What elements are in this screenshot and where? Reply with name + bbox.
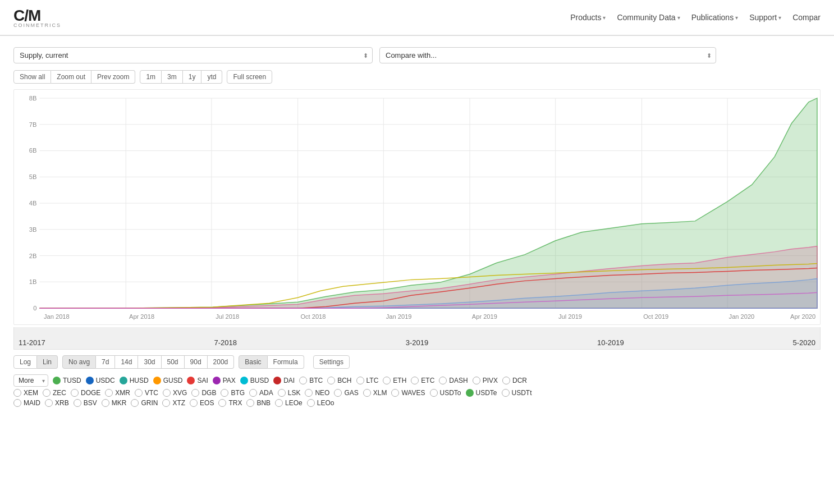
- svg-text:3B: 3B: [29, 226, 37, 233]
- legend-dot-LEOo: [307, 399, 315, 407]
- legend-item-GAS[interactable]: GAS: [334, 389, 358, 397]
- compare-select[interactable]: Compare with...: [379, 47, 716, 63]
- legend-item-LEOe[interactable]: LEOe: [275, 399, 303, 407]
- legend-item-USDTo[interactable]: USDTo: [430, 389, 461, 397]
- legend-label-LEOo: LEOo: [317, 399, 334, 407]
- legend-item-DGB[interactable]: DGB: [191, 389, 216, 397]
- legend-item-BTC[interactable]: BTC: [299, 377, 323, 384]
- period-ytd-button[interactable]: ytd: [201, 70, 222, 84]
- legend-dot-ETC: [411, 377, 419, 384]
- navigator[interactable]: 11-2017 7-2018 3-2019 10-2019 5-2020: [13, 327, 821, 350]
- legend-item-XRB[interactable]: XRB: [45, 399, 69, 407]
- legend-item-USDC[interactable]: USDC: [86, 377, 115, 384]
- legend-item-BTG[interactable]: BTG: [221, 389, 245, 397]
- period-1m-button[interactable]: 1m: [140, 70, 162, 84]
- legend-item-XVG[interactable]: XVG: [163, 389, 187, 397]
- legend-item-VTC[interactable]: VTC: [135, 389, 158, 397]
- legend-item-XLM[interactable]: XLM: [363, 389, 387, 397]
- legend-item-ETH[interactable]: ETH: [383, 377, 406, 384]
- zoom-btn-group: Show all Zoom out Prev zoom: [13, 70, 135, 84]
- avg-7d-button[interactable]: 7d: [96, 355, 115, 369]
- bottom-controls: Log Lin No avg 7d 14d 30d 50d 90d 200d B…: [13, 355, 821, 369]
- legend-item-USDTe[interactable]: USDTe: [466, 389, 497, 397]
- metric-select[interactable]: Supply, current: [13, 47, 373, 63]
- fullscreen-button[interactable]: Full screen: [227, 70, 272, 84]
- legend-item-NEO[interactable]: NEO: [305, 389, 329, 397]
- legend-dot-XTZ: [162, 399, 170, 407]
- avg-50d-button[interactable]: 50d: [162, 355, 185, 369]
- avg-90d-button[interactable]: 90d: [185, 355, 208, 369]
- show-all-button[interactable]: Show all: [13, 70, 51, 84]
- avg-30d-button[interactable]: 30d: [138, 355, 161, 369]
- legend-dot-DAI: [273, 377, 281, 384]
- legend-label-USDTo: USDTo: [440, 389, 461, 397]
- view-basic-button[interactable]: Basic: [239, 355, 267, 369]
- legend-row-1: More TUSD USDC HUSD GUSD SAI: [13, 374, 821, 387]
- nav-compare[interactable]: Compar: [792, 13, 821, 22]
- prev-zoom-button[interactable]: Prev zoom: [91, 70, 135, 84]
- nav-support[interactable]: Support ▾: [749, 13, 781, 22]
- legend-item-WAVES[interactable]: WAVES: [391, 389, 425, 397]
- nav-community-data[interactable]: Community Data ▾: [617, 13, 680, 22]
- legend-item-XMR[interactable]: XMR: [105, 389, 130, 397]
- metric-select-wrapper: Supply, current: [13, 47, 373, 63]
- nav-products[interactable]: Products ▾: [570, 13, 606, 22]
- scale-lin-button[interactable]: Lin: [37, 355, 58, 369]
- legend-item-DOGE[interactable]: DOGE: [71, 389, 100, 397]
- legend-item-DCR[interactable]: DCR: [502, 377, 527, 384]
- legend-item-DAI[interactable]: DAI: [273, 377, 295, 384]
- legend-dot-LEOe: [275, 399, 283, 407]
- legend-dot-TUSD: [53, 377, 61, 384]
- legend-item-LTC[interactable]: LTC: [356, 377, 379, 384]
- legend-item-MKR[interactable]: MKR: [102, 399, 127, 407]
- legend-item-BCH[interactable]: BCH: [327, 377, 351, 384]
- scale-log-button[interactable]: Log: [13, 355, 37, 369]
- chart-area: 8B 7B 6B 5B 4B 3B 2B 1B 0 Jan 2018 Apr 2…: [13, 89, 821, 325]
- legend-item-XEM[interactable]: XEM: [13, 389, 38, 397]
- legend-item-GRIN[interactable]: GRIN: [131, 399, 158, 407]
- legend-label-BTG: BTG: [231, 389, 245, 397]
- legend-label-TUSD: TUSD: [63, 377, 81, 384]
- legend-dot-GAS: [334, 389, 342, 397]
- legend-item-GUSD[interactable]: GUSD: [153, 377, 183, 384]
- more-select[interactable]: More: [13, 374, 48, 387]
- legend-label-NEO: NEO: [315, 389, 329, 397]
- zoom-out-button[interactable]: Zoom out: [51, 70, 91, 84]
- avg-14d-button[interactable]: 14d: [115, 355, 138, 369]
- legend-item-ADA[interactable]: ADA: [249, 389, 273, 397]
- legend-item-TUSD[interactable]: TUSD: [53, 377, 81, 384]
- legend-item-EOS[interactable]: EOS: [190, 399, 214, 407]
- legend-item-ZEC[interactable]: ZEC: [43, 389, 66, 397]
- legend-item-LEOo[interactable]: LEOo: [307, 399, 334, 407]
- legend-dot-XRB: [45, 399, 53, 407]
- legend-dot-LSK: [278, 389, 286, 397]
- avg-none-button[interactable]: No avg: [62, 355, 96, 369]
- nav-publications[interactable]: Publications ▾: [691, 13, 739, 22]
- legend-item-PIVX[interactable]: PIVX: [473, 377, 498, 384]
- legend-label-PIVX: PIVX: [483, 377, 498, 384]
- period-3m-button[interactable]: 3m: [162, 70, 183, 84]
- legend-item-MAID[interactable]: MAID: [13, 399, 40, 407]
- period-1y-button[interactable]: 1y: [183, 70, 202, 84]
- legend-dot-BTC: [299, 377, 307, 384]
- legend-item-BNB[interactable]: BNB: [246, 399, 271, 407]
- legend-item-SAI[interactable]: SAI: [187, 377, 208, 384]
- legend-item-BSV[interactable]: BSV: [74, 399, 97, 407]
- legend-item-USDTt[interactable]: USDTt: [502, 389, 532, 397]
- view-formula-button[interactable]: Formula: [268, 355, 304, 369]
- svg-text:8B: 8B: [29, 95, 37, 102]
- legend-item-BUSD[interactable]: BUSD: [240, 377, 269, 384]
- avg-200d-button[interactable]: 200d: [208, 355, 235, 369]
- legend-item-DASH[interactable]: DASH: [439, 377, 468, 384]
- legend-item-PAX[interactable]: PAX: [213, 377, 236, 384]
- avg-btn-group: No avg 7d 14d 30d 50d 90d 200d: [62, 355, 234, 369]
- legend-dot-PAX: [213, 377, 221, 384]
- legend-label-XTZ: XTZ: [172, 399, 185, 407]
- legend-item-LSK[interactable]: LSK: [278, 389, 301, 397]
- legend-item-TRX[interactable]: TRX: [218, 399, 242, 407]
- legend-item-ETC[interactable]: ETC: [411, 377, 434, 384]
- settings-button[interactable]: Settings: [313, 355, 350, 369]
- legend-item-HUSD[interactable]: HUSD: [120, 377, 149, 384]
- nav-publications-label: Publications: [691, 13, 734, 22]
- legend-item-XTZ[interactable]: XTZ: [162, 399, 185, 407]
